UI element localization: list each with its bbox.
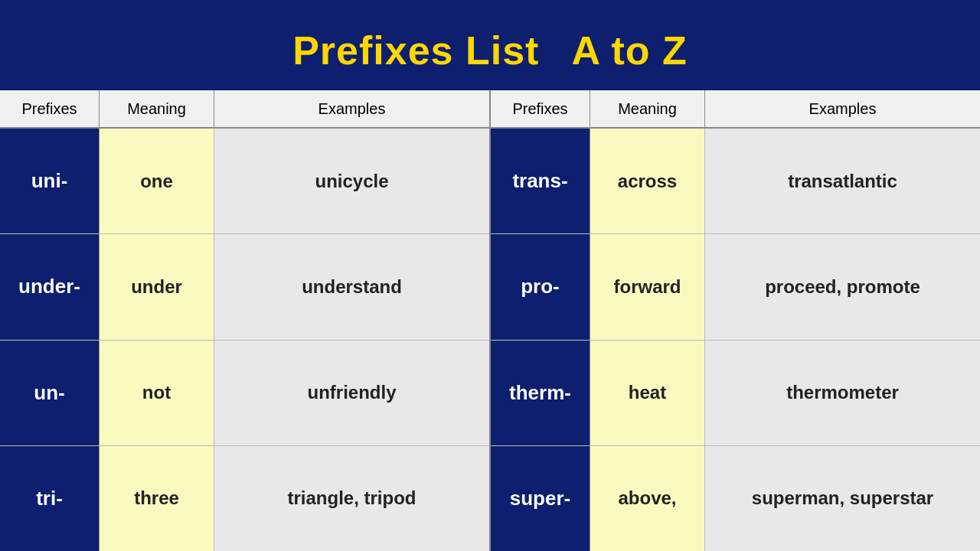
left-table-row: un- not unfriendly (0, 341, 489, 446)
left-header-meaning: Meaning (100, 90, 214, 127)
left-cell-prefix: under- (0, 234, 100, 339)
right-cell-examples: proceed, promote (705, 234, 980, 339)
left-cell-examples: unicycle (214, 129, 489, 233)
right-cell-meaning: heat (590, 341, 705, 445)
left-cell-meaning: one (100, 129, 214, 233)
right-cell-prefix: super- (491, 446, 590, 551)
right-cell-meaning: above, (590, 446, 705, 551)
right-cell-meaning: across (590, 129, 705, 233)
left-header-prefix: Prefixes (0, 90, 100, 127)
title-yellow: A to Z (571, 28, 687, 73)
left-cell-examples: understand (214, 234, 489, 339)
right-header-meaning: Meaning (590, 90, 705, 127)
left-data-rows: uni- one unicycle under- under understan… (0, 129, 489, 551)
left-cell-meaning: under (100, 234, 214, 339)
left-col-headers: Prefixes Meaning Examples (0, 90, 489, 129)
left-cell-meaning: three (100, 446, 214, 551)
left-table: Prefixes Meaning Examples uni- one unicy… (0, 90, 491, 551)
right-col-headers: Prefixes Meaning Examples (491, 90, 980, 129)
left-table-row: under- under understand (0, 234, 489, 340)
right-table-row: super- above, superman, superstar (491, 446, 980, 551)
left-cell-prefix: tri- (0, 446, 100, 551)
left-cell-prefix: un- (0, 341, 100, 445)
left-cell-examples: triangle, tripod (214, 446, 489, 551)
left-header-examples: Examples (214, 90, 489, 127)
right-data-rows: trans- across transatlantic pro- forward… (491, 129, 980, 551)
right-cell-examples: transatlantic (705, 129, 980, 233)
right-header-examples: Examples (705, 90, 980, 127)
left-cell-examples: unfriendly (214, 341, 489, 445)
left-table-row: uni- one unicycle (0, 129, 489, 234)
title-white: Prefixes List (292, 28, 539, 73)
right-cell-prefix: therm- (491, 341, 590, 445)
right-cell-examples: superman, superstar (705, 446, 980, 551)
page-title: Prefixes List A to Z (292, 14, 688, 77)
left-cell-meaning: not (100, 341, 214, 445)
right-header-prefix: Prefixes (491, 90, 590, 127)
right-cell-prefix: pro- (491, 234, 590, 339)
table-section: Prefixes Meaning Examples uni- one unicy… (0, 90, 980, 551)
right-cell-examples: thermometer (705, 341, 980, 445)
right-cell-meaning: forward (590, 234, 705, 339)
right-table-row: trans- across transatlantic (491, 129, 980, 234)
right-table-row: pro- forward proceed, promote (491, 234, 980, 340)
page-header: Prefixes List A to Z (0, 0, 980, 90)
right-cell-prefix: trans- (491, 129, 590, 233)
right-table-row: therm- heat thermometer (491, 341, 980, 446)
left-table-row: tri- three triangle, tripod (0, 446, 489, 551)
right-table: Prefixes Meaning Examples trans- across … (491, 90, 980, 551)
left-cell-prefix: uni- (0, 129, 100, 233)
